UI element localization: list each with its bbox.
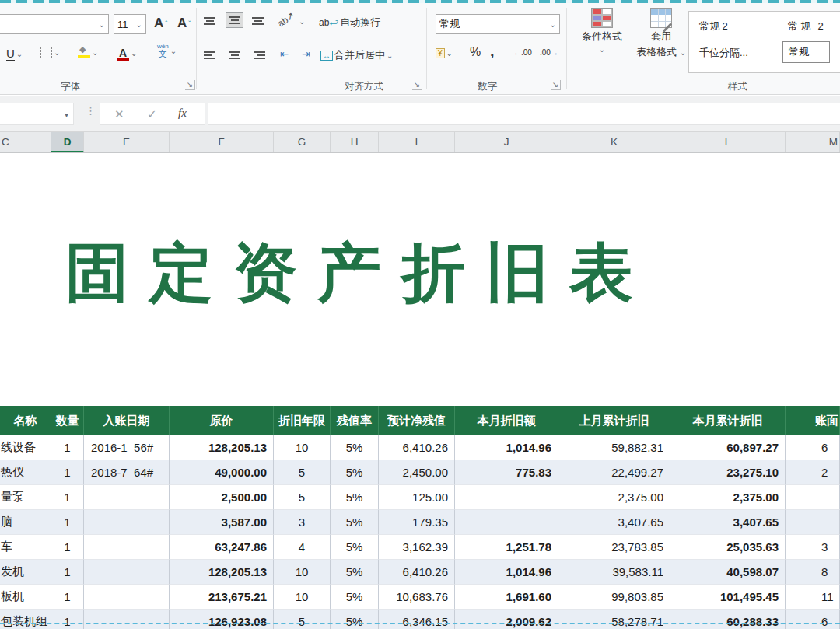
- formula-bar-grip[interactable]: ⋮: [86, 105, 95, 117]
- table-cell[interactable]: 2,009.62: [455, 610, 558, 629]
- column-header-G[interactable]: G: [274, 132, 331, 152]
- table-cell[interactable]: 6,346.15: [379, 610, 455, 629]
- table-cell[interactable]: [84, 510, 170, 535]
- table-cell[interactable]: 2018-7 64#: [84, 460, 170, 485]
- table-cell[interactable]: 6: [786, 610, 840, 629]
- table-cell[interactable]: 1,691.60: [455, 585, 558, 610]
- table-cell[interactable]: 60,288.33: [670, 610, 786, 629]
- table-cell[interactable]: [84, 535, 170, 560]
- align-middle-button[interactable]: [226, 12, 243, 28]
- table-cell[interactable]: [786, 510, 840, 535]
- table-cell[interactable]: 5%: [331, 610, 379, 629]
- merge-center-button[interactable]: ↔ 合并后居中 ⌄: [320, 48, 393, 62]
- name-box[interactable]: ▾: [0, 103, 74, 125]
- align-right-button[interactable]: [254, 50, 265, 61]
- cell-style-item[interactable]: 常规 2: [699, 19, 728, 33]
- table-cell[interactable]: 213,675.21: [170, 585, 274, 610]
- column-header-J[interactable]: J: [455, 132, 558, 152]
- table-cell[interactable]: 1,251.78: [455, 535, 558, 560]
- table-cell[interactable]: 1: [51, 560, 84, 585]
- cell-style-item-selected[interactable]: 常规: [782, 41, 830, 63]
- sheet-area[interactable]: 固定资产折旧表 名称数量入账日期原价折旧年限残值率预计净残值本月折旧额上月累计折…: [0, 153, 840, 629]
- comma-style-button[interactable]: ,: [490, 42, 495, 60]
- table-cell[interactable]: 5: [274, 460, 331, 485]
- table-cell[interactable]: 3,407.65: [558, 510, 670, 535]
- table-cell[interactable]: 1: [51, 510, 84, 535]
- table-header-cell[interactable]: 入账日期: [84, 406, 170, 435]
- table-cell[interactable]: 脑: [0, 510, 51, 535]
- table-header-cell[interactable]: 本月累计折旧: [670, 406, 786, 435]
- table-cell[interactable]: 58,278.71: [558, 610, 670, 629]
- percent-style-button[interactable]: %: [470, 45, 481, 59]
- font-dialog-launcher[interactable]: ↘: [185, 80, 195, 90]
- format-as-table-button[interactable]: 套用 表格格式 ⌄: [636, 8, 686, 59]
- table-header-cell[interactable]: 折旧年限: [274, 406, 331, 435]
- table-header-cell[interactable]: 残值率: [331, 406, 379, 435]
- decrease-decimal-button[interactable]: .00→: [540, 48, 558, 57]
- table-cell[interactable]: 125.00: [379, 485, 455, 510]
- table-cell[interactable]: 128,205.13: [170, 435, 274, 460]
- accounting-format-button[interactable]: ¥ ⌄: [436, 48, 453, 58]
- shrink-font-button[interactable]: Aˇ: [177, 16, 191, 31]
- table-cell[interactable]: 5%: [331, 485, 379, 510]
- table-cell[interactable]: 59,882.31: [558, 435, 670, 460]
- table-cell[interactable]: 3: [274, 510, 331, 535]
- table-cell[interactable]: 49,000.00: [170, 460, 274, 485]
- table-cell[interactable]: 23,783.85: [558, 535, 670, 560]
- table-cell[interactable]: [84, 585, 170, 610]
- table-cell[interactable]: 128,205.13: [170, 560, 274, 585]
- table-cell[interactable]: 5%: [331, 585, 379, 610]
- table-cell[interactable]: 5: [274, 485, 331, 510]
- table-cell[interactable]: 60,897.27: [670, 435, 786, 460]
- insert-function-icon[interactable]: fx: [178, 107, 187, 120]
- table-cell[interactable]: 3,587.00: [170, 510, 274, 535]
- table-cell[interactable]: 6: [786, 435, 840, 460]
- table-cell[interactable]: 39,583.11: [558, 560, 670, 585]
- table-cell[interactable]: 2016-1 56#: [84, 435, 170, 460]
- table-cell[interactable]: 8: [786, 560, 840, 585]
- table-cell[interactable]: 1: [51, 585, 84, 610]
- table-cell[interactable]: 2,375.00: [670, 485, 786, 510]
- decrease-indent-button[interactable]: ⇤: [280, 48, 289, 60]
- fill-color-button[interactable]: ⌄: [78, 47, 98, 58]
- table-cell[interactable]: 126,923.08: [170, 610, 274, 629]
- table-cell[interactable]: 1,014.96: [455, 560, 558, 585]
- table-cell[interactable]: [455, 485, 558, 510]
- table-cell[interactable]: 1: [51, 460, 84, 485]
- align-center-button[interactable]: [229, 50, 240, 61]
- wrap-text-button[interactable]: ab⮐ 自动换行: [319, 16, 380, 30]
- table-cell[interactable]: 车: [0, 535, 51, 560]
- column-header-K[interactable]: K: [558, 132, 670, 152]
- align-top-button[interactable]: [204, 16, 215, 26]
- table-cell[interactable]: [84, 485, 170, 510]
- table-cell[interactable]: 1: [51, 435, 84, 460]
- cell-style-item[interactable]: 常规 2: [788, 19, 826, 33]
- table-cell[interactable]: [455, 510, 558, 535]
- cancel-icon[interactable]: ✕: [114, 107, 124, 121]
- table-cell[interactable]: 5%: [331, 560, 379, 585]
- table-header-cell[interactable]: 本月折旧额: [455, 406, 558, 435]
- table-cell[interactable]: 2: [786, 460, 840, 485]
- table-cell[interactable]: 22,499.27: [558, 460, 670, 485]
- alignment-dialog-launcher[interactable]: ↘: [412, 80, 422, 90]
- column-header-H[interactable]: H: [331, 132, 379, 152]
- table-header-cell[interactable]: 上月累计折旧: [558, 406, 670, 435]
- table-cell[interactable]: 1: [51, 535, 84, 560]
- increase-decimal-button[interactable]: ←.00: [513, 48, 532, 57]
- table-cell[interactable]: 11: [786, 585, 840, 610]
- table-cell[interactable]: 3,407.65: [670, 510, 786, 535]
- phonetic-guide-button[interactable]: wén 文 ⌄: [157, 44, 177, 58]
- table-cell[interactable]: 2,375.00: [558, 485, 670, 510]
- table-cell[interactable]: 5%: [331, 510, 379, 535]
- increase-indent-button[interactable]: ⇥: [302, 48, 310, 60]
- table-cell[interactable]: 5%: [331, 535, 379, 560]
- table-cell[interactable]: 10,683.76: [379, 585, 455, 610]
- table-cell[interactable]: 6,410.26: [379, 435, 455, 460]
- table-cell[interactable]: 4: [274, 535, 331, 560]
- table-cell[interactable]: 63,247.86: [170, 535, 274, 560]
- table-cell[interactable]: 10: [274, 435, 331, 460]
- column-header-M[interactable]: M: [786, 132, 840, 152]
- column-header-D[interactable]: D: [51, 132, 84, 152]
- align-bottom-button[interactable]: [252, 16, 264, 26]
- conditional-formatting-button[interactable]: 条件格式 ⌄: [582, 8, 622, 54]
